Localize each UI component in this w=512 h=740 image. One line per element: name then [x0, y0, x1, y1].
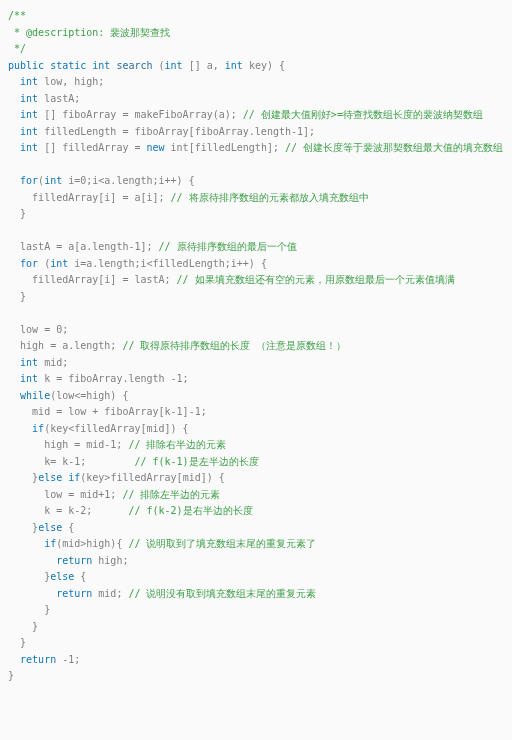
punct: (	[38, 258, 50, 269]
keyword: return	[56, 555, 92, 566]
comment: // 说明取到了填充数组末尾的重复元素了	[128, 538, 316, 549]
param: key) {	[243, 60, 285, 71]
brace: }	[20, 208, 26, 219]
stmt: filledArray[i] = lastA;	[32, 274, 177, 285]
comment: // 将原待排序数组的元素都放入填充数组中	[171, 192, 369, 203]
comment: // 创建最大值刚好>=待查找数组长度的裴波纳契数组	[243, 109, 483, 120]
comment: /**	[8, 10, 26, 21]
keyword: while	[20, 390, 50, 401]
keyword: for	[20, 175, 38, 186]
stmt: [] fiboArray = makeFiboArray(a);	[38, 109, 243, 120]
stmt: (key<filledArray[mid]) {	[44, 423, 189, 434]
comment: */	[8, 43, 26, 54]
stmt: mid = low + fiboArray[k-1]-1;	[32, 406, 207, 417]
comment: // 取得原待排序数组的长度 （注意是原数组！）	[122, 340, 346, 351]
stmt: (mid>high){	[56, 538, 128, 549]
decl: mid;	[38, 357, 68, 368]
stmt: int[filledLength];	[165, 142, 285, 153]
stmt: [] filledArray =	[38, 142, 146, 153]
param: [] a,	[183, 60, 225, 71]
stmt: (low<=high) {	[50, 390, 128, 401]
stmt: (key>filledArray[mid]) {	[80, 472, 225, 483]
keyword: for	[20, 258, 38, 269]
decl: low, high;	[38, 76, 104, 87]
stmt: lastA = a[a.length-1];	[20, 241, 158, 252]
comment: // 说明没有取到填充数组末尾的重复元素	[128, 588, 316, 599]
stmt: k = fiboArray.length -1;	[38, 373, 189, 384]
stmt: -1;	[56, 654, 80, 665]
comment: // 创建长度等于裴波那契数组最大值的填充数组	[285, 142, 503, 153]
stmt: low = 0;	[20, 324, 68, 335]
brace: }	[8, 670, 14, 681]
stmt: k= k-1;	[44, 456, 134, 467]
brace: }	[20, 637, 26, 648]
keyword: public static	[8, 60, 86, 71]
stmt: filledLength = fiboArray[fiboArray.lengt…	[38, 126, 315, 137]
brace: }	[20, 291, 26, 302]
type: int	[20, 109, 38, 120]
func-name: search	[116, 60, 152, 71]
type: int	[20, 93, 38, 104]
type: int	[44, 175, 62, 186]
keyword: else	[38, 472, 62, 483]
stmt: {	[62, 522, 74, 533]
type: int	[20, 76, 38, 87]
brace: }	[32, 621, 38, 632]
comment: // 排除左半边的元素	[122, 489, 220, 500]
comment: // f(k-2)是右半边的长度	[128, 505, 252, 516]
keyword: return	[20, 654, 56, 665]
type: int	[20, 126, 38, 137]
type: int	[92, 60, 110, 71]
type: int	[20, 357, 38, 368]
stmt: filledArray[i] = a[i];	[32, 192, 170, 203]
stmt: k = k-2;	[44, 505, 128, 516]
stmt: high = mid-1;	[44, 439, 128, 450]
type: int	[20, 142, 38, 153]
keyword: new	[146, 142, 164, 153]
type: int	[50, 258, 68, 269]
code-block: /** * @description: 裴波那契查找 */ public sta…	[8, 8, 504, 685]
keyword: return	[56, 588, 92, 599]
comment: // 如果填充数组还有空的元素，用原数组最后一个元素值填满	[177, 274, 455, 285]
comment: // f(k-1)是左半边的长度	[134, 456, 258, 467]
stmt: i=0;i<a.length;i++) {	[62, 175, 194, 186]
keyword: else	[38, 522, 62, 533]
comment: // 排除右半边的元素	[128, 439, 226, 450]
keyword: if	[32, 423, 44, 434]
stmt: high = a.length;	[20, 340, 122, 351]
stmt: high;	[92, 555, 128, 566]
stmt: i=a.length;i<filledLength;i++) {	[68, 258, 267, 269]
type: int	[225, 60, 243, 71]
decl: lastA;	[38, 93, 80, 104]
keyword: if	[44, 538, 56, 549]
keyword: if	[62, 472, 80, 483]
stmt: low = mid+1;	[44, 489, 122, 500]
type: int	[165, 60, 183, 71]
keyword: else	[50, 571, 74, 582]
comment: // 原待排序数组的最后一个值	[159, 241, 297, 252]
type: int	[20, 373, 38, 384]
punct: (	[153, 60, 165, 71]
stmt: {	[74, 571, 86, 582]
stmt: mid;	[92, 588, 128, 599]
brace: }	[44, 604, 50, 615]
comment: * @description: 裴波那契查找	[8, 27, 170, 38]
